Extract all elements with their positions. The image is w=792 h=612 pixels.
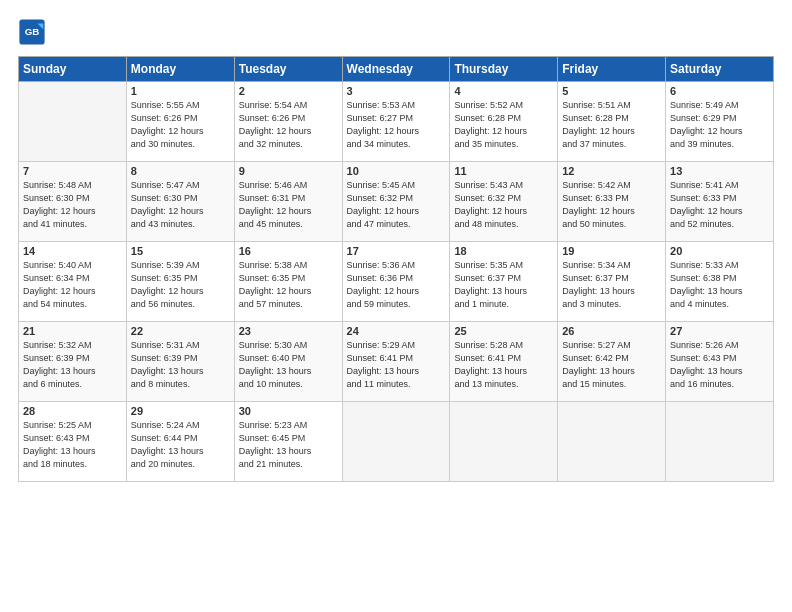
day-number: 5 bbox=[562, 85, 661, 97]
day-info: Sunrise: 5:41 AM Sunset: 6:33 PM Dayligh… bbox=[670, 179, 769, 231]
header-row: SundayMondayTuesdayWednesdayThursdayFrid… bbox=[19, 57, 774, 82]
col-header-monday: Monday bbox=[126, 57, 234, 82]
day-number: 28 bbox=[23, 405, 122, 417]
day-number: 12 bbox=[562, 165, 661, 177]
day-number: 2 bbox=[239, 85, 338, 97]
day-number: 11 bbox=[454, 165, 553, 177]
calendar-page: GB SundayMondayTuesdayWednesdayThursdayF… bbox=[0, 0, 792, 612]
day-info: Sunrise: 5:48 AM Sunset: 6:30 PM Dayligh… bbox=[23, 179, 122, 231]
day-number: 10 bbox=[347, 165, 446, 177]
day-cell: 9Sunrise: 5:46 AM Sunset: 6:31 PM Daylig… bbox=[234, 162, 342, 242]
day-number: 8 bbox=[131, 165, 230, 177]
day-cell bbox=[19, 82, 127, 162]
day-info: Sunrise: 5:26 AM Sunset: 6:43 PM Dayligh… bbox=[670, 339, 769, 391]
col-header-wednesday: Wednesday bbox=[342, 57, 450, 82]
week-row-3: 14Sunrise: 5:40 AM Sunset: 6:34 PM Dayli… bbox=[19, 242, 774, 322]
day-info: Sunrise: 5:36 AM Sunset: 6:36 PM Dayligh… bbox=[347, 259, 446, 311]
day-cell: 27Sunrise: 5:26 AM Sunset: 6:43 PM Dayli… bbox=[666, 322, 774, 402]
day-number: 16 bbox=[239, 245, 338, 257]
day-info: Sunrise: 5:25 AM Sunset: 6:43 PM Dayligh… bbox=[23, 419, 122, 471]
day-info: Sunrise: 5:38 AM Sunset: 6:35 PM Dayligh… bbox=[239, 259, 338, 311]
day-cell: 10Sunrise: 5:45 AM Sunset: 6:32 PM Dayli… bbox=[342, 162, 450, 242]
day-number: 29 bbox=[131, 405, 230, 417]
day-cell: 30Sunrise: 5:23 AM Sunset: 6:45 PM Dayli… bbox=[234, 402, 342, 482]
col-header-thursday: Thursday bbox=[450, 57, 558, 82]
col-header-tuesday: Tuesday bbox=[234, 57, 342, 82]
day-info: Sunrise: 5:52 AM Sunset: 6:28 PM Dayligh… bbox=[454, 99, 553, 151]
col-header-saturday: Saturday bbox=[666, 57, 774, 82]
col-header-sunday: Sunday bbox=[19, 57, 127, 82]
day-info: Sunrise: 5:55 AM Sunset: 6:26 PM Dayligh… bbox=[131, 99, 230, 151]
day-info: Sunrise: 5:39 AM Sunset: 6:35 PM Dayligh… bbox=[131, 259, 230, 311]
day-cell: 21Sunrise: 5:32 AM Sunset: 6:39 PM Dayli… bbox=[19, 322, 127, 402]
day-number: 30 bbox=[239, 405, 338, 417]
day-number: 19 bbox=[562, 245, 661, 257]
day-number: 22 bbox=[131, 325, 230, 337]
day-number: 15 bbox=[131, 245, 230, 257]
day-number: 17 bbox=[347, 245, 446, 257]
day-info: Sunrise: 5:32 AM Sunset: 6:39 PM Dayligh… bbox=[23, 339, 122, 391]
day-info: Sunrise: 5:53 AM Sunset: 6:27 PM Dayligh… bbox=[347, 99, 446, 151]
day-cell bbox=[342, 402, 450, 482]
header: GB bbox=[18, 18, 774, 46]
day-cell: 12Sunrise: 5:42 AM Sunset: 6:33 PM Dayli… bbox=[558, 162, 666, 242]
day-number: 4 bbox=[454, 85, 553, 97]
day-number: 20 bbox=[670, 245, 769, 257]
day-cell: 2Sunrise: 5:54 AM Sunset: 6:26 PM Daylig… bbox=[234, 82, 342, 162]
day-cell: 16Sunrise: 5:38 AM Sunset: 6:35 PM Dayli… bbox=[234, 242, 342, 322]
day-info: Sunrise: 5:42 AM Sunset: 6:33 PM Dayligh… bbox=[562, 179, 661, 231]
day-info: Sunrise: 5:28 AM Sunset: 6:41 PM Dayligh… bbox=[454, 339, 553, 391]
day-cell: 28Sunrise: 5:25 AM Sunset: 6:43 PM Dayli… bbox=[19, 402, 127, 482]
day-info: Sunrise: 5:31 AM Sunset: 6:39 PM Dayligh… bbox=[131, 339, 230, 391]
day-info: Sunrise: 5:29 AM Sunset: 6:41 PM Dayligh… bbox=[347, 339, 446, 391]
day-info: Sunrise: 5:30 AM Sunset: 6:40 PM Dayligh… bbox=[239, 339, 338, 391]
logo: GB bbox=[18, 18, 48, 46]
day-number: 18 bbox=[454, 245, 553, 257]
calendar-table: SundayMondayTuesdayWednesdayThursdayFrid… bbox=[18, 56, 774, 482]
day-cell: 25Sunrise: 5:28 AM Sunset: 6:41 PM Dayli… bbox=[450, 322, 558, 402]
day-number: 23 bbox=[239, 325, 338, 337]
day-cell: 8Sunrise: 5:47 AM Sunset: 6:30 PM Daylig… bbox=[126, 162, 234, 242]
day-cell: 5Sunrise: 5:51 AM Sunset: 6:28 PM Daylig… bbox=[558, 82, 666, 162]
day-cell: 4Sunrise: 5:52 AM Sunset: 6:28 PM Daylig… bbox=[450, 82, 558, 162]
day-number: 14 bbox=[23, 245, 122, 257]
day-cell: 1Sunrise: 5:55 AM Sunset: 6:26 PM Daylig… bbox=[126, 82, 234, 162]
day-info: Sunrise: 5:40 AM Sunset: 6:34 PM Dayligh… bbox=[23, 259, 122, 311]
day-info: Sunrise: 5:35 AM Sunset: 6:37 PM Dayligh… bbox=[454, 259, 553, 311]
week-row-1: 1Sunrise: 5:55 AM Sunset: 6:26 PM Daylig… bbox=[19, 82, 774, 162]
day-info: Sunrise: 5:46 AM Sunset: 6:31 PM Dayligh… bbox=[239, 179, 338, 231]
day-number: 6 bbox=[670, 85, 769, 97]
day-number: 3 bbox=[347, 85, 446, 97]
day-cell: 7Sunrise: 5:48 AM Sunset: 6:30 PM Daylig… bbox=[19, 162, 127, 242]
day-cell: 11Sunrise: 5:43 AM Sunset: 6:32 PM Dayli… bbox=[450, 162, 558, 242]
day-cell: 26Sunrise: 5:27 AM Sunset: 6:42 PM Dayli… bbox=[558, 322, 666, 402]
day-info: Sunrise: 5:47 AM Sunset: 6:30 PM Dayligh… bbox=[131, 179, 230, 231]
day-number: 21 bbox=[23, 325, 122, 337]
day-cell: 6Sunrise: 5:49 AM Sunset: 6:29 PM Daylig… bbox=[666, 82, 774, 162]
day-cell: 14Sunrise: 5:40 AM Sunset: 6:34 PM Dayli… bbox=[19, 242, 127, 322]
day-cell: 17Sunrise: 5:36 AM Sunset: 6:36 PM Dayli… bbox=[342, 242, 450, 322]
col-header-friday: Friday bbox=[558, 57, 666, 82]
day-cell bbox=[558, 402, 666, 482]
day-cell: 29Sunrise: 5:24 AM Sunset: 6:44 PM Dayli… bbox=[126, 402, 234, 482]
day-info: Sunrise: 5:54 AM Sunset: 6:26 PM Dayligh… bbox=[239, 99, 338, 151]
day-cell: 3Sunrise: 5:53 AM Sunset: 6:27 PM Daylig… bbox=[342, 82, 450, 162]
day-cell bbox=[666, 402, 774, 482]
day-info: Sunrise: 5:45 AM Sunset: 6:32 PM Dayligh… bbox=[347, 179, 446, 231]
day-info: Sunrise: 5:27 AM Sunset: 6:42 PM Dayligh… bbox=[562, 339, 661, 391]
day-number: 25 bbox=[454, 325, 553, 337]
day-cell: 18Sunrise: 5:35 AM Sunset: 6:37 PM Dayli… bbox=[450, 242, 558, 322]
logo-icon: GB bbox=[18, 18, 46, 46]
week-row-4: 21Sunrise: 5:32 AM Sunset: 6:39 PM Dayli… bbox=[19, 322, 774, 402]
day-info: Sunrise: 5:51 AM Sunset: 6:28 PM Dayligh… bbox=[562, 99, 661, 151]
day-number: 1 bbox=[131, 85, 230, 97]
day-info: Sunrise: 5:33 AM Sunset: 6:38 PM Dayligh… bbox=[670, 259, 769, 311]
day-number: 26 bbox=[562, 325, 661, 337]
day-cell: 22Sunrise: 5:31 AM Sunset: 6:39 PM Dayli… bbox=[126, 322, 234, 402]
day-number: 27 bbox=[670, 325, 769, 337]
day-info: Sunrise: 5:43 AM Sunset: 6:32 PM Dayligh… bbox=[454, 179, 553, 231]
day-cell: 19Sunrise: 5:34 AM Sunset: 6:37 PM Dayli… bbox=[558, 242, 666, 322]
day-info: Sunrise: 5:34 AM Sunset: 6:37 PM Dayligh… bbox=[562, 259, 661, 311]
day-cell: 20Sunrise: 5:33 AM Sunset: 6:38 PM Dayli… bbox=[666, 242, 774, 322]
week-row-2: 7Sunrise: 5:48 AM Sunset: 6:30 PM Daylig… bbox=[19, 162, 774, 242]
